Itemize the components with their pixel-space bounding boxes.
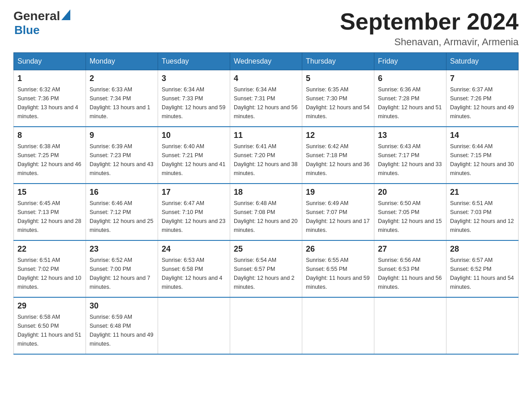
header-thursday: Thursday — [302, 53, 374, 70]
page-header: General Blue September 2024 Shenavan, Ar… — [13, 9, 519, 48]
day-number: 29 — [17, 301, 82, 311]
day-number: 18 — [234, 188, 298, 197]
day-info: Sunrise: 6:57 AMSunset: 6:52 PMDaylight:… — [450, 256, 515, 291]
logo: General Blue — [13, 9, 70, 37]
empty-cell — [302, 297, 374, 354]
day-number: 6 — [378, 74, 442, 83]
day-number: 7 — [450, 74, 515, 83]
day-number: 24 — [162, 244, 226, 254]
day-info: Sunrise: 6:40 AMSunset: 7:21 PMDaylight:… — [162, 142, 226, 178]
day-number: 14 — [450, 131, 515, 140]
day-info: Sunrise: 6:33 AMSunset: 7:34 PMDaylight:… — [90, 85, 154, 121]
calendar-day-15: 15Sunrise: 6:45 AMSunset: 7:13 PMDayligh… — [14, 184, 86, 240]
day-info: Sunrise: 6:51 AMSunset: 7:03 PMDaylight:… — [450, 199, 515, 235]
day-info: Sunrise: 6:34 AMSunset: 7:31 PMDaylight:… — [234, 85, 298, 121]
calendar-table: SundayMondayTuesdayWednesdayThursdayFrid… — [13, 52, 519, 355]
calendar-week-row: 8Sunrise: 6:38 AMSunset: 7:25 PMDaylight… — [14, 127, 519, 184]
calendar-day-18: 18Sunrise: 6:48 AMSunset: 7:08 PMDayligh… — [230, 184, 302, 240]
calendar-title-section: September 2024 Shenavan, Armavir, Armeni… — [340, 9, 519, 48]
calendar-day-6: 6Sunrise: 6:36 AMSunset: 7:28 PMDaylight… — [374, 70, 446, 127]
header-tuesday: Tuesday — [158, 53, 230, 70]
calendar-day-10: 10Sunrise: 6:40 AMSunset: 7:21 PMDayligh… — [158, 127, 230, 184]
day-number: 10 — [162, 131, 226, 140]
day-info: Sunrise: 6:53 AMSunset: 6:58 PMDaylight:… — [162, 256, 226, 291]
day-number: 5 — [306, 74, 370, 83]
calendar-day-1: 1Sunrise: 6:32 AMSunset: 7:36 PMDaylight… — [14, 70, 86, 127]
calendar-day-26: 26Sunrise: 6:55 AMSunset: 6:55 PMDayligh… — [302, 240, 374, 297]
logo-general-text: General — [13, 9, 60, 23]
day-info: Sunrise: 6:59 AMSunset: 6:48 PMDaylight:… — [90, 313, 154, 348]
empty-cell — [446, 297, 519, 354]
day-info: Sunrise: 6:50 AMSunset: 7:05 PMDaylight:… — [378, 199, 442, 235]
calendar-week-row: 22Sunrise: 6:51 AMSunset: 7:02 PMDayligh… — [14, 240, 519, 297]
day-info: Sunrise: 6:32 AMSunset: 7:36 PMDaylight:… — [17, 85, 82, 121]
day-number: 20 — [378, 188, 442, 197]
calendar-day-4: 4Sunrise: 6:34 AMSunset: 7:31 PMDaylight… — [230, 70, 302, 127]
day-info: Sunrise: 6:37 AMSunset: 7:26 PMDaylight:… — [450, 85, 515, 121]
day-number: 15 — [17, 188, 82, 197]
calendar-day-13: 13Sunrise: 6:43 AMSunset: 7:17 PMDayligh… — [374, 127, 446, 184]
calendar-header-row: SundayMondayTuesdayWednesdayThursdayFrid… — [14, 53, 519, 70]
day-info: Sunrise: 6:45 AMSunset: 7:13 PMDaylight:… — [17, 199, 82, 235]
day-info: Sunrise: 6:52 AMSunset: 7:00 PMDaylight:… — [90, 256, 154, 291]
day-info: Sunrise: 6:41 AMSunset: 7:20 PMDaylight:… — [234, 142, 298, 178]
calendar-day-14: 14Sunrise: 6:44 AMSunset: 7:15 PMDayligh… — [446, 127, 519, 184]
day-info: Sunrise: 6:47 AMSunset: 7:10 PMDaylight:… — [162, 199, 226, 235]
calendar-day-22: 22Sunrise: 6:51 AMSunset: 7:02 PMDayligh… — [14, 240, 86, 297]
svg-marker-0 — [61, 9, 70, 20]
day-number: 2 — [90, 74, 154, 83]
day-info: Sunrise: 6:43 AMSunset: 7:17 PMDaylight:… — [378, 142, 442, 178]
day-number: 17 — [162, 188, 226, 197]
calendar-day-19: 19Sunrise: 6:49 AMSunset: 7:07 PMDayligh… — [302, 184, 374, 240]
day-number: 27 — [378, 244, 442, 254]
calendar-day-21: 21Sunrise: 6:51 AMSunset: 7:03 PMDayligh… — [446, 184, 519, 240]
calendar-day-7: 7Sunrise: 6:37 AMSunset: 7:26 PMDaylight… — [446, 70, 519, 127]
day-number: 30 — [90, 301, 154, 311]
day-info: Sunrise: 6:34 AMSunset: 7:33 PMDaylight:… — [162, 85, 226, 121]
calendar-title: September 2024 — [340, 9, 519, 34]
day-number: 8 — [17, 131, 82, 140]
calendar-day-24: 24Sunrise: 6:53 AMSunset: 6:58 PMDayligh… — [158, 240, 230, 297]
logo-triangle-icon — [61, 11, 70, 21]
day-info: Sunrise: 6:36 AMSunset: 7:28 PMDaylight:… — [378, 85, 442, 121]
calendar-day-27: 27Sunrise: 6:56 AMSunset: 6:53 PMDayligh… — [374, 240, 446, 297]
header-friday: Friday — [374, 53, 446, 70]
header-wednesday: Wednesday — [230, 53, 302, 70]
calendar-week-row: 1Sunrise: 6:32 AMSunset: 7:36 PMDaylight… — [14, 70, 519, 127]
day-info: Sunrise: 6:56 AMSunset: 6:53 PMDaylight:… — [378, 256, 442, 291]
calendar-day-25: 25Sunrise: 6:54 AMSunset: 6:57 PMDayligh… — [230, 240, 302, 297]
calendar-day-11: 11Sunrise: 6:41 AMSunset: 7:20 PMDayligh… — [230, 127, 302, 184]
calendar-day-12: 12Sunrise: 6:42 AMSunset: 7:18 PMDayligh… — [302, 127, 374, 184]
day-number: 26 — [306, 244, 370, 254]
day-number: 12 — [306, 131, 370, 140]
calendar-day-16: 16Sunrise: 6:46 AMSunset: 7:12 PMDayligh… — [86, 184, 158, 240]
calendar-day-23: 23Sunrise: 6:52 AMSunset: 7:00 PMDayligh… — [86, 240, 158, 297]
day-info: Sunrise: 6:58 AMSunset: 6:50 PMDaylight:… — [17, 313, 82, 348]
day-info: Sunrise: 6:49 AMSunset: 7:07 PMDaylight:… — [306, 199, 370, 235]
day-number: 22 — [17, 244, 82, 254]
calendar-day-8: 8Sunrise: 6:38 AMSunset: 7:25 PMDaylight… — [14, 127, 86, 184]
day-info: Sunrise: 6:51 AMSunset: 7:02 PMDaylight:… — [17, 256, 82, 291]
day-number: 9 — [90, 131, 154, 140]
calendar-week-row: 15Sunrise: 6:45 AMSunset: 7:13 PMDayligh… — [14, 184, 519, 240]
day-number: 16 — [90, 188, 154, 197]
day-info: Sunrise: 6:46 AMSunset: 7:12 PMDaylight:… — [90, 199, 154, 235]
day-number: 19 — [306, 188, 370, 197]
calendar-day-9: 9Sunrise: 6:39 AMSunset: 7:23 PMDaylight… — [86, 127, 158, 184]
calendar-day-2: 2Sunrise: 6:33 AMSunset: 7:34 PMDaylight… — [86, 70, 158, 127]
calendar-day-5: 5Sunrise: 6:35 AMSunset: 7:30 PMDaylight… — [302, 70, 374, 127]
calendar-subtitle: Shenavan, Armavir, Armenia — [340, 36, 519, 48]
header-saturday: Saturday — [446, 53, 519, 70]
day-number: 21 — [450, 188, 515, 197]
day-info: Sunrise: 6:38 AMSunset: 7:25 PMDaylight:… — [17, 142, 82, 178]
day-info: Sunrise: 6:39 AMSunset: 7:23 PMDaylight:… — [90, 142, 154, 178]
header-monday: Monday — [86, 53, 158, 70]
day-number: 25 — [234, 244, 298, 254]
day-number: 23 — [90, 244, 154, 254]
calendar-day-28: 28Sunrise: 6:57 AMSunset: 6:52 PMDayligh… — [446, 240, 519, 297]
day-info: Sunrise: 6:54 AMSunset: 6:57 PMDaylight:… — [234, 256, 298, 291]
calendar-day-20: 20Sunrise: 6:50 AMSunset: 7:05 PMDayligh… — [374, 184, 446, 240]
day-info: Sunrise: 6:44 AMSunset: 7:15 PMDaylight:… — [450, 142, 515, 178]
calendar-day-3: 3Sunrise: 6:34 AMSunset: 7:33 PMDaylight… — [158, 70, 230, 127]
day-number: 3 — [162, 74, 226, 83]
